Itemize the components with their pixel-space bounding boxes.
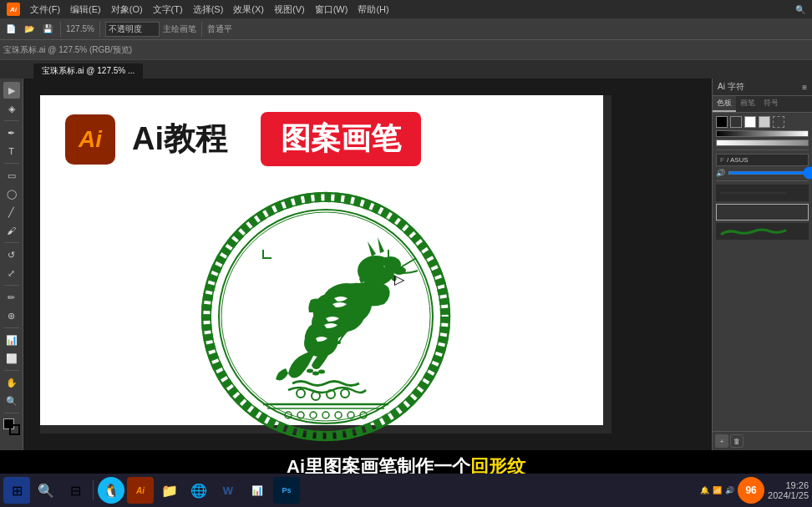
toolbar-divider-3: [201, 22, 202, 37]
panel-divider-2: [716, 180, 809, 181]
panel-swatch-content: F / ASUS 🔊 0.80: [713, 113, 812, 431]
taskbar-excel[interactable]: 📊: [244, 477, 271, 504]
swatch-row-1: [716, 116, 809, 128]
brush-preview-dragon: [720, 226, 787, 237]
taskbar-sep-1: [93, 480, 94, 500]
transform-input[interactable]: [105, 22, 160, 37]
taskbar-explorer[interactable]: 📁: [156, 477, 183, 504]
ellipse-tool[interactable]: ◯: [3, 185, 20, 202]
menu-file[interactable]: 文件(F): [30, 3, 60, 16]
menu-edit[interactable]: 编辑(E): [70, 3, 101, 16]
ai-title-text: Ai教程: [132, 118, 227, 160]
title-bar: Ai 文件(F) 编辑(E) 对象(O) 文字(T) 选择(S) 效果(X) 视…: [0, 0, 812, 18]
secondary-toolbar: 宝珠系标.ai @ 127.5% (RGB/预览): [0, 40, 812, 60]
start-button[interactable]: ⊞: [3, 477, 30, 504]
brush-name-field[interactable]: F / ASUS: [716, 154, 809, 166]
rotate-tool[interactable]: ↺: [3, 246, 20, 263]
right-panel: Ai 字符 ≡ 色板 画笔 符号: [712, 79, 812, 450]
menu-select[interactable]: 选择(S): [193, 3, 224, 16]
panel-delete-brush-btn[interactable]: 🗑: [730, 434, 743, 448]
tool-sep-3: [4, 242, 19, 243]
brush-preview-2: [720, 206, 787, 218]
toolbar-divider-2: [99, 22, 100, 37]
panel-bottom-icons: + 🗑: [713, 431, 812, 450]
search-bar[interactable]: 🔍: [795, 5, 805, 14]
clock-display[interactable]: 19:26 2024/1/25: [768, 480, 809, 500]
hand-tool[interactable]: ✋: [3, 374, 20, 391]
swatch-dark-gray[interactable]: [730, 116, 742, 128]
panel-divider-1: [716, 150, 809, 150]
selection-tool[interactable]: ▶: [3, 82, 20, 99]
task-view[interactable]: ⊟: [62, 477, 89, 504]
menu-effect[interactable]: 效果(X): [233, 3, 264, 16]
gradient-tool[interactable]: ⬜: [3, 350, 20, 367]
battery-widget[interactable]: 96: [738, 477, 764, 504]
panel-tab-swatches[interactable]: 色板: [713, 96, 736, 112]
panel-collapse-btn[interactable]: ≡: [802, 83, 807, 92]
menu-window[interactable]: 窗口(W): [315, 3, 348, 16]
rect-tool[interactable]: ▭: [3, 167, 20, 184]
stroke-swatch[interactable]: [9, 424, 20, 435]
app-icon: Ai: [7, 3, 20, 16]
brush-tool[interactable]: ╱: [3, 204, 20, 221]
taskbar-edge[interactable]: 🌐: [185, 477, 212, 504]
taskbar: ⊞ 🔍 ⊟ 🐧 Ai 📁 🌐 W 📊 Ps 🔔 📶 🔊 96 19:26 202…: [0, 474, 812, 507]
panel-tab-symbols[interactable]: 符号: [759, 96, 783, 112]
opacity-slider[interactable]: [728, 171, 812, 175]
svg-point-15: [336, 341, 341, 344]
date-text: 2024/1/25: [768, 490, 809, 500]
left-toolbar: ▶ ◈ ✒ T ▭ ◯ ╱ 🖌 ↺ ⤢ ✏ ⊛ 📊 ⬜ ✋ 🔍: [0, 79, 23, 450]
taskbar-network[interactable]: 📶: [713, 486, 722, 494]
svg-point-16: [307, 369, 313, 373]
brush-item-dragon[interactable]: [716, 223, 809, 240]
scale-tool[interactable]: ⤢: [3, 265, 20, 281]
tool-sep-7: [4, 413, 19, 413]
blend-tool[interactable]: ⊛: [3, 307, 20, 324]
fill-stroke-indicator[interactable]: [3, 418, 20, 435]
zoom-label: 127.5%: [66, 24, 94, 33]
swatch-light-gray[interactable]: [759, 116, 770, 128]
canvas-area[interactable]: Ai Ai教程 图案画笔: [23, 79, 712, 450]
canvas-content: Ai Ai教程 图案画笔: [40, 95, 612, 433]
menu-object[interactable]: 对象(O): [111, 3, 143, 16]
graph-tool[interactable]: 📊: [3, 332, 20, 348]
save-btn[interactable]: 💾: [40, 23, 55, 34]
brush-item-2[interactable]: [716, 204, 809, 221]
dragon-container: [192, 183, 459, 450]
taskbar-notifications[interactable]: 🔔: [700, 486, 709, 494]
tool-sep-2: [4, 163, 19, 164]
quality-label: 普通平: [207, 23, 232, 35]
taskbar-sound[interactable]: 🔊: [725, 486, 734, 494]
eyedropper-tool[interactable]: ✏: [3, 289, 20, 306]
panel-title-text: Ai 字符: [718, 81, 744, 93]
gradient-slider-2[interactable]: [716, 139, 809, 146]
taskbar-ps[interactable]: Ps: [273, 477, 300, 504]
menu-help[interactable]: 帮助(H): [358, 3, 388, 16]
pen-tool[interactable]: ✒: [3, 124, 20, 141]
paintbrush-tool[interactable]: 🖌: [3, 222, 20, 239]
panel-tab-brushes[interactable]: 画笔: [736, 96, 759, 112]
swatch-white[interactable]: [744, 116, 756, 128]
new-doc-btn[interactable]: 📄: [3, 23, 18, 34]
dragon-illustration: [192, 183, 459, 450]
tab-main-doc[interactable]: 宝珠系标.ai @ 127.5% ...: [33, 63, 143, 79]
direct-select-tool[interactable]: ◈: [3, 100, 20, 117]
swatch-black[interactable]: [716, 116, 728, 128]
taskbar-word[interactable]: W: [215, 477, 241, 504]
canvas-header: Ai Ai教程 图案画笔: [40, 95, 612, 175]
search-taskbar[interactable]: 🔍: [33, 477, 59, 504]
brush-item-1[interactable]: [716, 185, 809, 201]
text-tool[interactable]: T: [3, 143, 20, 160]
gradient-slider[interactable]: [716, 130, 809, 137]
svg-point-17: [312, 372, 319, 376]
menu-text[interactable]: 文字(T): [153, 3, 183, 16]
taskbar-right: 🔔 📶 🔊 96 19:26 2024/1/25: [700, 477, 809, 504]
taskbar-qq[interactable]: 🐧: [98, 477, 124, 504]
taskbar-ai[interactable]: Ai: [127, 477, 154, 504]
tab-bar: 宝珠系标.ai @ 127.5% ...: [0, 60, 812, 79]
open-btn[interactable]: 📂: [22, 23, 37, 34]
panel-new-brush-btn[interactable]: +: [715, 434, 728, 448]
zoom-tool[interactable]: 🔍: [3, 393, 20, 409]
svg-point-25: [304, 330, 334, 357]
menu-view[interactable]: 视图(V): [274, 3, 305, 16]
